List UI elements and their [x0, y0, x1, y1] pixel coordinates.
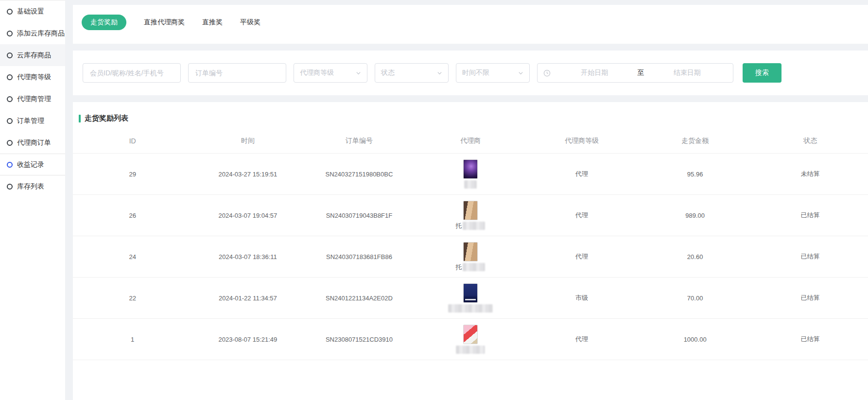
cell-amount: 1000.00	[638, 319, 753, 360]
cell-level: 代理	[526, 236, 637, 278]
column-header: 时间	[192, 130, 303, 154]
agent-name-prefix: 托	[455, 222, 462, 230]
sidebar-item-label: 代理商订单	[17, 139, 51, 147]
sidebar-item-6[interactable]: 订单管理	[0, 110, 65, 132]
title-accent-bar	[79, 115, 81, 122]
agent-avatar-image	[463, 201, 478, 220]
agent-info	[417, 325, 524, 354]
agent-name	[448, 304, 493, 313]
cell-level: 代理	[526, 154, 637, 195]
date-range-picker[interactable]: 开始日期 至 结束日期	[537, 63, 733, 83]
radio-circle-icon	[7, 140, 13, 146]
agent-name-censored-block	[463, 222, 485, 230]
table-row: 262024-03-07 19:04:57SN24030719043B8F1F托…	[73, 195, 868, 236]
sidebar-item-label: 代理商等级	[17, 73, 51, 82]
agent-info: 托	[417, 201, 524, 230]
cell-level: 代理	[526, 319, 637, 360]
cell-agent: 托	[415, 195, 526, 236]
start-date-field[interactable]: 开始日期	[555, 69, 635, 77]
cell-status: 已结算	[753, 236, 868, 278]
sidebar-item-label: 订单管理	[17, 117, 44, 125]
column-header: ID	[73, 130, 192, 154]
radio-circle-icon	[7, 162, 13, 168]
table-row: 12023-08-07 15:21:49SN2308071521CD3910代理…	[73, 319, 868, 360]
sidebar-item-5[interactable]: 代理商管理	[0, 88, 65, 110]
table-body: 292024-03-27 15:19:51SN240327151980B0BC代…	[73, 154, 868, 360]
agent-name	[464, 180, 477, 189]
sidebar-item-1[interactable]: 基础设置	[0, 0, 65, 22]
table-row: 222024-01-22 11:34:57SN2401221134A2E02D市…	[73, 278, 868, 319]
agent-info: 托	[417, 242, 524, 272]
cell-time: 2024-03-07 18:36:11	[192, 236, 303, 278]
cell-order-no: SN2308071521CD3910	[303, 319, 415, 360]
time-range-select-value: 时间不限	[462, 69, 489, 77]
cell-time: 2024-03-27 15:19:51	[192, 154, 303, 195]
tab-4[interactable]: 平级奖	[240, 15, 260, 30]
table-row: 242024-03-07 18:36:11SN240307183681FB86托…	[73, 236, 868, 278]
agent-level-select-value: 代理商等级	[300, 69, 334, 77]
agent-name-prefix: 托	[455, 263, 462, 272]
agent-name	[456, 346, 485, 354]
reward-tabs: 走货奖励直推代理商奖直推奖平级奖	[82, 15, 260, 30]
radio-circle-icon	[7, 74, 13, 80]
tab-1[interactable]: 走货奖励	[82, 15, 126, 30]
cell-amount: 95.96	[638, 154, 753, 195]
sidebar-item-9[interactable]: 库存列表	[0, 175, 65, 197]
sidebar: 基础设置添加云库存商品云库存商品代理商等级代理商管理订单管理代理商订单收益记录库…	[0, 0, 65, 400]
agent-avatar-image	[463, 159, 478, 179]
member-search-input[interactable]	[83, 63, 181, 83]
cell-amount: 989.00	[638, 195, 753, 236]
main-content: 走货奖励直推代理商奖直推奖平级奖 代理商等级 状态 时间不限	[65, 0, 868, 400]
chevron-down-icon	[356, 70, 361, 76]
sidebar-item-label: 基础设置	[17, 7, 44, 16]
sidebar-item-8[interactable]: 收益记录	[0, 154, 65, 175]
date-range-separator: 至	[635, 69, 647, 77]
cell-order-no: SN24030719043B8F1F	[303, 195, 415, 236]
sidebar-item-label: 代理商管理	[17, 95, 51, 104]
cell-agent	[415, 278, 526, 319]
chevron-down-icon	[518, 70, 523, 76]
sidebar-item-4[interactable]: 代理商等级	[0, 66, 65, 88]
sidebar-item-label: 添加云库存商品	[17, 29, 65, 38]
cell-id: 24	[73, 236, 192, 278]
radio-circle-icon	[7, 118, 13, 124]
reward-table: ID时间订单编号代理商代理商等级走货金额状态 292024-03-27 15:1…	[73, 130, 868, 360]
cell-status: 已结算	[753, 278, 868, 319]
agent-info	[417, 159, 524, 189]
agent-level-select[interactable]: 代理商等级	[294, 63, 367, 83]
cell-time: 2024-03-07 19:04:57	[192, 195, 303, 236]
column-header: 订单编号	[303, 130, 415, 154]
sidebar-item-label: 库存列表	[17, 182, 44, 191]
sidebar-item-3[interactable]: 云库存商品	[0, 44, 65, 66]
order-no-input[interactable]	[188, 63, 286, 83]
cell-amount: 70.00	[638, 278, 753, 319]
cell-order-no: SN240307183681FB86	[303, 236, 415, 278]
cell-status: 未结算	[753, 154, 868, 195]
cell-id: 29	[73, 154, 192, 195]
agent-info	[417, 283, 524, 313]
tab-3[interactable]: 直推奖	[202, 15, 223, 30]
cell-id: 22	[73, 278, 192, 319]
chevron-down-icon	[437, 70, 442, 76]
radio-circle-icon	[7, 184, 13, 190]
cell-id: 1	[73, 319, 192, 360]
sidebar-item-2[interactable]: 添加云库存商品	[0, 22, 65, 44]
cell-amount: 20.60	[638, 236, 753, 278]
column-header: 走货金额	[638, 130, 753, 154]
search-button[interactable]: 搜索	[743, 63, 781, 83]
radio-circle-icon	[7, 96, 13, 102]
sidebar-item-label: 云库存商品	[17, 51, 51, 60]
status-select-value: 状态	[381, 69, 395, 77]
cell-agent: 托	[415, 236, 526, 278]
agent-name-censored-block	[448, 304, 493, 313]
agent-avatar-image	[463, 242, 478, 261]
tab-2[interactable]: 直推代理商奖	[144, 15, 185, 30]
cell-id: 26	[73, 195, 192, 236]
status-select[interactable]: 状态	[375, 63, 449, 83]
sidebar-item-7[interactable]: 代理商订单	[0, 132, 65, 154]
time-range-select[interactable]: 时间不限	[456, 63, 530, 83]
table-title-text: 走货奖励列表	[85, 114, 128, 123]
end-date-field[interactable]: 结束日期	[647, 69, 728, 77]
cell-status: 已结算	[753, 319, 868, 360]
radio-circle-icon	[7, 52, 13, 58]
